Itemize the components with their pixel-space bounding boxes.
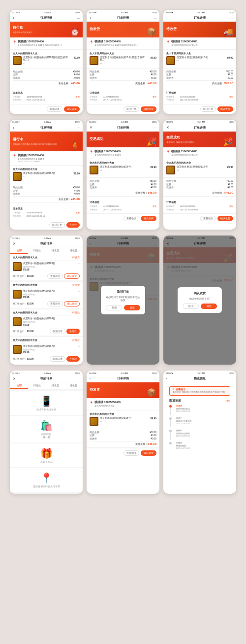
product-qty: ×1 — [77, 262, 80, 271]
address-section: 📍 桃猫猫 15065854486 金大木的房间的木大金 第14号 精选[含乔有… — [87, 37, 159, 50]
tab-pending-receive[interactable]: 待收货 — [64, 382, 83, 389]
cancel-button[interactable]: 取消订单 — [50, 329, 65, 334]
shop-name: 金大木的房间的木大金 — [13, 256, 37, 259]
more-button[interactable]: ··· — [77, 126, 80, 129]
cancel-button[interactable]: 取消订单 — [200, 106, 216, 112]
logistics-title: 圆通速递 — [169, 399, 181, 403]
shipping-label: 运费 — [90, 183, 94, 186]
copy-tracking-link[interactable]: 复制 — [226, 400, 230, 402]
location-icon: 📍 — [90, 401, 93, 405]
pay-button[interactable]: 去付款 — [66, 356, 80, 362]
view-detail-button[interactable]: 查看详情 — [47, 273, 63, 279]
modal-cancel-button[interactable]: 取消 — [183, 304, 199, 309]
more-button[interactable]: ··· — [231, 126, 233, 129]
modal-confirm-button[interactable]: 确定 — [124, 305, 140, 310]
cancel-button[interactable]: 取消订单 — [50, 356, 65, 362]
tab-all[interactable]: 全部 — [10, 382, 28, 389]
more-button[interactable]: ··· — [77, 17, 80, 20]
more-button[interactable]: ··· — [154, 377, 156, 380]
price-row-coupon: 优惠券 -¥9.00 — [166, 77, 233, 79]
close-button[interactable]: ✕ — [13, 377, 16, 381]
logistics-button[interactable]: 查看物流 — [123, 216, 139, 221]
cancel-button[interactable]: 取消订单 — [123, 106, 139, 112]
copy-link[interactable]: 复制 — [153, 96, 156, 98]
close-button[interactable]: ✕ — [13, 242, 16, 246]
screen-confirm-receipt-modal: SLOW▼ 9:41 AM 100% ✕ 订单详情 ··· 交易成功 【北京市】… — [163, 236, 236, 365]
shipping-label: 运费 — [166, 73, 171, 76]
cancel-order-button[interactable]: 取消订单 — [47, 106, 62, 112]
status-bar: SLOW▼ 9:41 AM 100% — [163, 10, 236, 15]
tab-all[interactable]: 全部 — [10, 247, 28, 254]
order-time-row: 下单时间 2017-11-20 06:09:16 — [166, 99, 233, 101]
status-icon: 🚚 — [223, 27, 233, 36]
modal-confirm-button[interactable]: 确定 — [201, 304, 217, 309]
hero-banner: 交易成功 【北京市】湖南省长沙市岳麓区... 🎉 — [163, 132, 236, 147]
price-row-shipping: 运费 ¥4.00 — [166, 183, 233, 186]
copy-link[interactable]: 复制 — [229, 205, 233, 207]
back-button[interactable]: ‹ — [90, 377, 91, 380]
coupon-value: -¥9.00 — [73, 193, 80, 195]
pay-button[interactable]: 去付款 — [66, 329, 80, 334]
buy-again-button[interactable]: 再次购买 — [141, 216, 156, 221]
view-detail-button[interactable]: 查看详情 — [47, 301, 63, 306]
confirm-button[interactable]: 确认订单 — [64, 106, 80, 112]
confirm-receipt-button[interactable]: 确认收货 — [141, 450, 156, 456]
tab-bar: 全部 待付款 待发货 待收货 — [10, 247, 83, 254]
tab-pending-pay[interactable]: 待付款 — [28, 382, 46, 389]
hero-banner: 交易成功 🎉 — [87, 132, 159, 147]
copy-link[interactable]: 复制 — [229, 96, 233, 98]
shop-name: 金大木的房间的木大金 — [13, 311, 37, 314]
price-summary: 商品金额 ¥50.00 运费 ¥4.00 优惠券 -¥9.00 实付金额： ¥4… — [87, 68, 159, 87]
confirm-receipt-button[interactable]: 确认收货 — [217, 216, 233, 221]
pay-button[interactable]: 去支付 — [66, 222, 80, 228]
total-label: 实付金额： — [135, 191, 148, 194]
address-section: 📍 桃猫猫 15065854486 金大木的房间的木大金 第14号 986.30… — [10, 151, 83, 166]
tab-pending-pay[interactable]: 待付款 — [28, 247, 46, 254]
confirm-receipt-button[interactable]: 确认收货 — [64, 273, 80, 279]
product-price: ¥9.90 — [227, 56, 233, 65]
order-time-label: 下单时间 — [90, 208, 102, 211]
timeline-line — [170, 420, 171, 427]
tab-pending-ship[interactable]: 待发货 — [46, 247, 64, 254]
product-image — [167, 167, 174, 173]
tab-pending-receive[interactable]: 待收货 — [64, 247, 83, 254]
logistics-button[interactable]: 查看物流 — [123, 450, 139, 456]
back-button[interactable]: ‹ — [166, 377, 167, 380]
back-button[interactable]: ‹ — [13, 126, 14, 130]
confirm-receipt-button[interactable]: 确认收货 — [217, 106, 233, 112]
address-section: 📍 桃猫猫 15065854486 金大木的房间的木大金... — [87, 398, 159, 410]
back-button[interactable]: ‹ — [90, 16, 91, 20]
back-button[interactable]: ‹ — [166, 16, 167, 20]
more-button[interactable]: ··· — [154, 17, 156, 20]
product-info: 优芷制水 精选[植物知第18号] 精选[含乔有机…] ×1 — [100, 56, 149, 65]
coupon-label: 优惠券 — [90, 77, 97, 79]
goods-label: 商品金额 — [90, 180, 99, 182]
hero-banner: 待发货 📦 — [87, 22, 159, 37]
back-button[interactable]: ‹ — [13, 16, 14, 20]
remind-button[interactable]: 提醒发货 — [141, 106, 156, 112]
order-no-label: 订单编号 — [90, 205, 102, 207]
product-info: 优芷制水 精选[植物知第18号] 精选含乔有机... ¥9.90 — [23, 317, 76, 326]
more-button[interactable]: ··· — [154, 126, 156, 129]
order-no-row: 订单编号 44267945600068 复制 — [166, 96, 233, 98]
tab-pending-ship[interactable]: 待发货 — [46, 382, 64, 389]
modal-cancel-button[interactable]: 取消 — [106, 305, 122, 310]
close-button[interactable]: ✕ — [166, 126, 169, 130]
shop-name: 金大木的房间的木大金 — [90, 52, 156, 55]
empty-state-item: 📱 还没有相关订单哦 — [10, 391, 83, 415]
logistics-button[interactable]: 查看物流 — [200, 216, 216, 221]
copy-link[interactable]: 复制 — [76, 96, 80, 98]
address-detail: 金大木的房间的木大金 第14号 — [171, 44, 233, 47]
cancel-button[interactable]: 取消订单 — [49, 222, 65, 228]
product-item: 优芷制水 精选[植物知第18号] ×1 ¥9.90 — [90, 417, 156, 426]
more-button[interactable]: ··· — [231, 17, 233, 20]
close-button[interactable]: ✕ — [90, 126, 92, 130]
confirm-receipt-button[interactable]: 确认收货 — [64, 301, 80, 306]
shipping-label: 运费 — [13, 190, 18, 192]
shipping-label: 运费 — [90, 73, 94, 76]
product-image — [14, 346, 21, 353]
more-button[interactable]: ··· — [231, 377, 233, 380]
copy-link[interactable]: 复制 — [153, 205, 156, 207]
copy-link[interactable]: 复制 — [76, 211, 80, 214]
product-spec: ×1 — [177, 59, 225, 62]
